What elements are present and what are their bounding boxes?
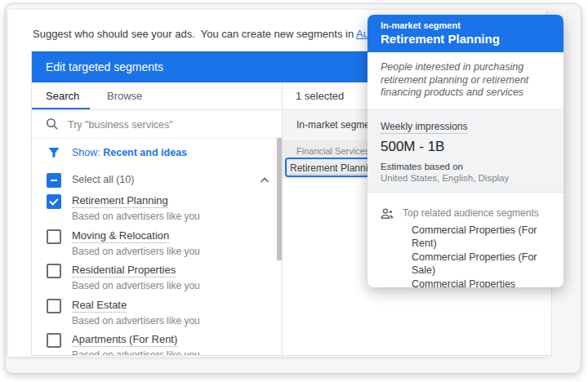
segment-title[interactable]: Real Estate [72, 299, 127, 313]
segment-subtitle: Based on advertisers like you [72, 349, 200, 355]
estimates-value: United States, English, Display [381, 173, 550, 183]
select-all-row[interactable]: Select all (10) [32, 167, 282, 193]
intro-sentence: Suggest who should see your ads. You can… [33, 28, 356, 40]
list-item[interactable]: Apartments (For Rent) Based on advertise… [32, 331, 282, 355]
search-icon [46, 118, 59, 131]
weekly-impressions-value: 500M - 1B [381, 139, 550, 155]
tab-browse[interactable]: Browse [107, 82, 142, 109]
segment-checkbox[interactable] [47, 333, 61, 348]
filter-value: Recent and ideas [103, 147, 187, 158]
list-scrollbar[interactable] [277, 138, 282, 260]
segment-subtitle: Based on advertisers like you [72, 280, 200, 291]
list-item[interactable]: Moving & Relocation Based on advertisers… [32, 228, 282, 262]
list-item[interactable]: Retirement Planning Based on advertisers… [32, 193, 282, 227]
related-segments-label: Top related audience segments [403, 207, 539, 219]
segment-tooltip: In-market segment Retirement Planning Pe… [368, 15, 564, 287]
weekly-impressions-label: Weekly impressions [381, 121, 467, 134]
related-segment-item: Commercial Properties [412, 278, 550, 288]
segment-subtitle: Based on advertisers like you [72, 211, 200, 222]
tooltip-lists: Top related audience segments Commercial… [368, 193, 564, 288]
tooltip-type-label: In-market segment [381, 20, 550, 30]
segment-title[interactable]: Apartments (For Rent) [72, 333, 177, 347]
tooltip-stats: Weekly impressions 500M - 1B Estimates b… [368, 109, 564, 193]
select-all-label: Select all (10) [72, 167, 134, 193]
segment-title[interactable]: Moving & Relocation [72, 229, 169, 243]
search-input[interactable] [66, 116, 265, 134]
search-row[interactable] [32, 110, 282, 138]
selected-item-name: Retirement Planning [290, 162, 379, 175]
tooltip-title: Retirement Planning [381, 32, 550, 46]
estimates-label: Estimates based on [381, 162, 550, 171]
select-all-checkbox[interactable] [47, 173, 61, 188]
list-item[interactable]: Real Estate Based on advertisers like yo… [32, 297, 282, 331]
filter-icon [47, 146, 60, 159]
segment-title[interactable]: Residential Properties [72, 264, 176, 278]
related-segments-header: Top related audience segments [381, 207, 550, 220]
active-tab-underline [32, 108, 90, 109]
segment-title[interactable]: Retirement Planning [72, 194, 168, 208]
chevron-up-icon[interactable] [259, 175, 270, 186]
people-icon [381, 207, 394, 220]
selected-count: 1 selected [296, 82, 344, 109]
segment-subtitle: Based on advertisers like you [72, 246, 200, 257]
tooltip-header: In-market segment Retirement Planning [368, 15, 564, 52]
segment-checkbox[interactable] [47, 264, 61, 278]
tooltip-description: People interested in purchasing retireme… [368, 52, 564, 109]
segment-checkbox[interactable] [47, 299, 61, 313]
filter-label: Show: Recent and ideas [72, 139, 187, 167]
segment-checkbox[interactable] [47, 229, 61, 244]
segment-subtitle: Based on advertisers like you [72, 315, 200, 326]
filter-show-button[interactable]: Show: Recent and ideas [32, 139, 282, 167]
related-segment-item: Commercial Properties (For Sale) [412, 251, 550, 278]
tab-search[interactable]: Search [46, 82, 79, 109]
related-segment-item: Commercial Properties (For Rent) [412, 224, 550, 251]
list-item[interactable]: Residential Properties Based on advertis… [32, 262, 282, 296]
segment-checkbox[interactable] [47, 194, 61, 209]
